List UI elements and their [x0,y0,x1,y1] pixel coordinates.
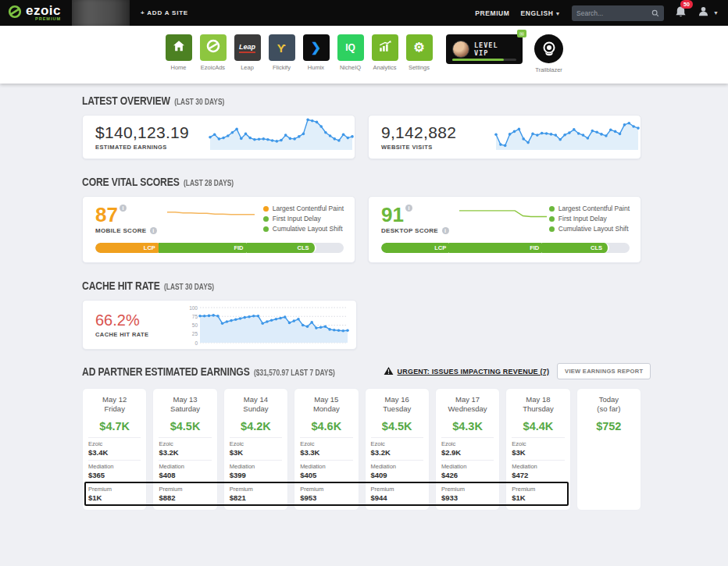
chevron-down-icon: ▼ [713,10,719,16]
lcp-segment: LCP [95,243,162,253]
ezoic-row: Ezoic$3.4K [88,437,141,460]
ezoic-logo[interactable]: ezoic PREMIUM [8,5,61,22]
search-icon [651,6,659,20]
mediation-row: Mediation$426 [441,460,494,482]
estimated-earnings-label: ESTIMATED EARNINGS [95,144,189,151]
cache-hit-rate-heading: CACHE HIT RATE (LAST 30 DAYS) [82,279,641,293]
cache-hit-rate-label: CACHE HIT RATE [95,331,148,338]
humix-icon: ❯ [311,41,321,54]
website-visits-sparkline [494,115,641,152]
level-vip-badge[interactable]: LEVEL VIP ✉ [446,34,523,64]
ezoic-row: Ezoic$3K [230,437,282,460]
estimated-earnings-sparkline [208,115,355,152]
day-date: May 12Friday [88,395,141,415]
legend-item: Largest Contentful Paint [263,205,344,212]
desktop-vitals-bar: LCP FID CLS [381,243,630,253]
notification-count-badge: 50 [680,0,693,9]
estimated-earnings-value: $140,123.19 [95,123,189,142]
home-icon [172,39,186,56]
day-date: Today(so far) [583,395,635,415]
latest-overview-heading: LATEST OVERVIEW (LAST 30 DAYS) [82,94,641,108]
account-menu[interactable]: ▼ [698,5,719,20]
ezoic-row: Ezoic$3.2K [159,437,211,460]
app-tile-flickify[interactable]: Ƴ Flickify [268,34,295,71]
fid-segment: FID [159,243,251,253]
website-visits-value: 9,142,882 [381,123,456,142]
mediation-row: Mediation$405 [300,460,352,482]
legend-dot [549,226,555,232]
warning-triangle-icon [384,365,394,379]
mediation-row: Mediation$365 [88,460,141,482]
user-icon [698,5,709,20]
app-tile-leap[interactable]: Leap Leap [234,34,261,71]
chevron-down-icon: ▼ [555,11,562,16]
avatar [452,41,469,58]
trailblazer-badge[interactable]: Trailblazer [534,34,563,73]
view-earnings-report-button[interactable]: VIEW EARNINGS REPORT [557,363,651,379]
cache-hit-rate-value: 66.2% [95,311,148,329]
day-card-6: May 18Thursday $4.4K Ezoic$3K Mediation$… [505,388,570,511]
info-icon[interactable]: i [150,227,157,234]
app-tile-nicheiq[interactable]: IQ NicheIQ [337,34,364,71]
logo-premium-label: PREMIUM [35,16,61,21]
day-total: $4.4K [512,420,564,433]
mobile-score-card: 87i MOBILE SCORE i Largest Contentful Pa… [82,196,355,263]
trailblazer-icon [534,34,563,63]
info-icon[interactable]: i [120,205,127,212]
fid-segment: FID [449,243,546,253]
mobile-vitals-bar: LCP FID CLS [95,243,344,253]
ezoic-row: Ezoic$3.3K [300,437,352,460]
info-icon[interactable]: i [442,227,449,234]
logo-text: ezoic [26,5,61,16]
app-tile-ezoicads[interactable]: EzoicAds [199,34,227,71]
info-icon[interactable]: i [405,205,412,212]
premium-row: Premium$1K [88,482,141,505]
search-bar[interactable] [572,5,664,21]
cls-segment: CLS [542,243,609,253]
analytics-chart-icon [378,39,392,56]
language-selector[interactable]: ENGLISH▼ [521,9,562,17]
day-card-2: May 14Sunday $4.2K Ezoic$3K Mediation$39… [223,388,288,511]
app-tile-home[interactable]: Home [165,34,192,71]
day-date: May 15Monday [300,395,352,415]
legend-item: Cumulative Layout Shift [263,225,344,233]
app-tile-settings[interactable]: ⚙ Settings [405,34,433,71]
ad-partner-earnings-heading: AD PARTNER ESTIMATED EARNINGS ($31,570.9… [82,363,641,379]
search-input[interactable] [576,9,648,17]
legend-item: Largest Contentful Paint [549,205,630,212]
app-tile-analytics[interactable]: Analytics [371,34,398,71]
premium-row: Premium$933 [441,482,494,505]
bell-icon [675,7,687,20]
day-card-1: May 13Saturday $4.5K Ezoic$3.2K Mediatio… [152,388,217,511]
premium-link[interactable]: PREMIUM [475,9,509,17]
ezoic-row: Ezoic$3K [512,437,564,460]
day-date: May 16Tuesday [371,395,423,415]
premium-row: Premium$821 [230,482,282,505]
nicheiq-icon: IQ [345,42,355,53]
gear-icon: ⚙ [413,41,424,54]
website-visits-label: WEBSITE VISITS [381,144,456,151]
add-site-button[interactable]: + ADD A SITE [141,9,188,16]
cache-hit-rate-card: 66.2% CACHE HIT RATE 1007550250 [82,300,357,350]
svg-text:0: 0 [194,340,198,346]
app-shortcut-bar: Home EzoicAds Leap Leap Ƴ Flickify ❯ Hum… [0,26,728,84]
legend-dot [263,206,269,212]
notifications-button[interactable]: 50 [675,5,687,21]
desktop-score-value: 91 [381,203,404,226]
website-visits-card: 9,142,882 WEBSITE VISITS [368,115,641,159]
day-total: $4.6K [300,420,352,433]
urgent-revenue-issues-link[interactable]: URGENT: ISSUES IMPACTING REVENUE (7) [398,368,550,376]
top-navigation-bar: ezoic PREMIUM + ADD A SITE PREMIUM ENGLI… [0,0,728,26]
flickify-icon: Ƴ [277,41,287,55]
ezoic-row: Ezoic$2.9K [441,437,494,460]
ezoic-row: Ezoic$3.2K [371,437,423,460]
legend-item: First Input Delay [549,215,630,222]
mediation-row: Mediation$399 [230,460,282,482]
mail-icon: ✉ [517,30,526,37]
day-total: $752 [583,420,635,433]
app-tile-humix[interactable]: ❯ Humix [302,34,330,71]
day-total: $4.3K [441,420,494,433]
mobile-score-value: 87 [95,203,118,226]
cls-segment: CLS [247,243,316,253]
current-site-selector[interactable] [72,0,130,26]
